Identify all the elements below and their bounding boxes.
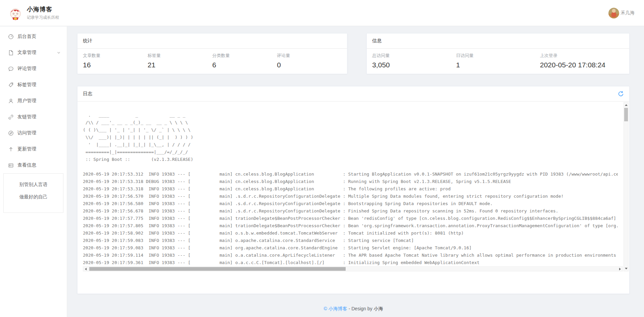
tag-icon xyxy=(8,82,14,88)
stat-label: 评论量 xyxy=(277,53,342,59)
footer-design-text: - Design by xyxy=(347,306,374,311)
stat-label: 上次登录 xyxy=(540,53,624,59)
stats-card-title: 统计 xyxy=(83,38,92,44)
triangle-left-icon xyxy=(85,268,87,270)
log-card-title: 日志 xyxy=(83,91,92,97)
site-title: 小海博客 xyxy=(27,5,59,13)
stat-value: 6 xyxy=(212,61,277,69)
motto-line-1: 别管别人言语 xyxy=(4,182,63,188)
stat-value: 1 xyxy=(456,61,540,69)
scroll-right-button[interactable] xyxy=(618,267,622,271)
dashboard-icon xyxy=(8,34,14,40)
log-card: 日志 . ____ _ __ _ _ /\\ / ___'_ __ _ _(_)… xyxy=(77,86,630,294)
info-card-header: 信息 xyxy=(367,34,629,49)
stat-label: 日访问量 xyxy=(456,53,540,59)
stat-value: 16 xyxy=(83,61,148,69)
sidebar-item-tags[interactable]: 标签管理 xyxy=(0,77,67,93)
id-card-icon xyxy=(8,163,14,168)
sidebar-item-label: 查看信息 xyxy=(17,162,36,168)
horizontal-scroll-thumb[interactable] xyxy=(89,267,346,271)
log-viewport[interactable]: . ____ _ __ _ _ /\\ / ___'_ __ _ _(_)_ _… xyxy=(78,102,629,294)
stat-value: 3,050 xyxy=(372,61,456,69)
sidebar-item-label: 标签管理 xyxy=(17,82,36,88)
user-menu[interactable]: 禾几海 xyxy=(608,8,635,18)
footer: © 小海博客 - Design by 小海 xyxy=(77,306,630,312)
user-icon xyxy=(8,98,14,104)
stat-categories: 分类数量 6 xyxy=(212,53,277,69)
sidebar-item-links[interactable]: 友链管理 xyxy=(0,109,67,125)
sidebar-item-label: 更新管理 xyxy=(17,146,36,152)
horizontal-scrollbar[interactable] xyxy=(83,266,623,271)
stat-articles: 文章数量 16 xyxy=(83,53,148,69)
triangle-up-icon xyxy=(625,104,628,106)
upload-arrow-icon xyxy=(8,146,14,152)
top-header: 小海博客 记录学习成长历程 禾几海 xyxy=(0,0,644,26)
document-icon xyxy=(8,50,14,56)
vertical-scroll-thumb[interactable] xyxy=(624,108,628,121)
stat-label: 分类数量 xyxy=(212,53,277,59)
motto-line-2: 做最好的自己 xyxy=(4,194,63,200)
sidebar-item-users[interactable]: 用户管理 xyxy=(0,93,67,109)
comment-icon xyxy=(8,66,14,72)
sidebar-item-dashboard[interactable]: 后台首页 xyxy=(0,28,67,45)
username: 禾几海 xyxy=(621,10,635,16)
stat-value: 0 xyxy=(277,61,342,69)
triangle-down-icon xyxy=(625,268,628,269)
sidebar-item-articles[interactable]: 文章管理 xyxy=(0,45,67,61)
user-avatar-icon[interactable] xyxy=(608,8,619,18)
sidebar-item-label: 评论管理 xyxy=(17,66,36,72)
chevron-down-icon xyxy=(57,51,61,55)
blog-logo-icon xyxy=(8,6,23,20)
scroll-up-button[interactable] xyxy=(624,103,628,107)
sidebar-item-label: 用户管理 xyxy=(17,98,36,104)
log-card-header: 日志 xyxy=(78,86,629,102)
scroll-down-button[interactable] xyxy=(624,266,628,271)
motto-box: 别管别人言语 做最好的自己 xyxy=(3,173,63,213)
vertical-scrollbar[interactable] xyxy=(624,102,629,271)
sidebar-item-update[interactable]: 更新管理 xyxy=(0,141,67,157)
sidebar-item-label: 文章管理 xyxy=(17,50,36,56)
scroll-left-button[interactable] xyxy=(84,267,88,271)
stat-label: 文章数量 xyxy=(83,53,148,59)
stat-label: 标签量 xyxy=(148,53,212,59)
footer-site-link[interactable]: © 小海博客 xyxy=(324,306,347,311)
info-card-title: 信息 xyxy=(372,38,382,44)
stat-total-visits: 总访问量 3,050 xyxy=(372,53,456,69)
triangle-right-icon xyxy=(619,268,621,270)
brand[interactable]: 小海博客 记录学习成长历程 xyxy=(8,5,59,20)
sidebar: 后台首页 文章管理 评论管理 标签管理 用户管理 友链管理 xyxy=(0,26,67,317)
sidebar-item-view-info[interactable]: 查看信息 xyxy=(0,157,67,173)
stats-card-header: 统计 xyxy=(78,34,347,49)
footer-author: 小海 xyxy=(374,306,383,311)
stat-value: 2020-05-20 17:08:24 xyxy=(540,61,624,69)
stat-value: 21 xyxy=(148,61,212,69)
stat-last-login: 上次登录 2020-05-20 17:08:24 xyxy=(540,53,624,69)
main-content: 统计 文章数量 16 标签量 21 分类数量 6 评论量 0 xyxy=(67,26,644,317)
site-subtitle: 记录学习成长历程 xyxy=(27,15,59,20)
sidebar-item-visits[interactable]: 访问管理 xyxy=(0,125,67,141)
sidebar-item-label: 后台首页 xyxy=(17,34,36,40)
stats-card: 统计 文章数量 16 标签量 21 分类数量 6 评论量 0 xyxy=(77,33,347,74)
compass-icon xyxy=(8,130,14,136)
stat-daily-visits: 日访问量 1 xyxy=(456,53,540,69)
link-icon xyxy=(8,114,14,120)
stat-label: 总访问量 xyxy=(372,53,456,59)
sidebar-item-label: 友链管理 xyxy=(17,114,36,120)
refresh-icon[interactable] xyxy=(618,91,624,97)
sidebar-item-comments[interactable]: 评论管理 xyxy=(0,61,67,77)
sidebar-item-label: 访问管理 xyxy=(17,130,36,136)
stat-comments: 评论量 0 xyxy=(277,53,342,69)
info-card: 信息 总访问量 3,050 日访问量 1 上次登录 2020-05-20 17:… xyxy=(366,33,630,74)
stat-tags: 标签量 21 xyxy=(148,53,212,69)
log-text: . ____ _ __ _ _ /\\ / ___'_ __ _ _(_)_ _… xyxy=(83,104,618,266)
